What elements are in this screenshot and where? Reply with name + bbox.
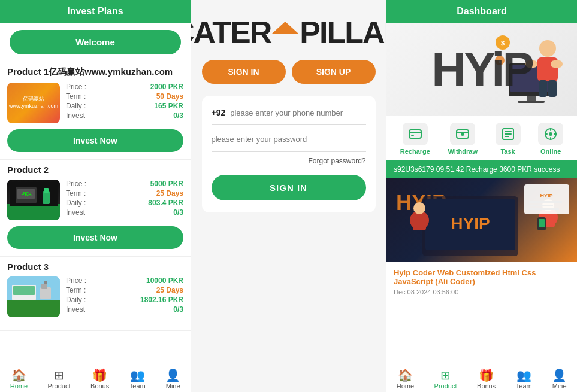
svg-point-34 [549, 132, 552, 136]
svg-rect-21 [551, 60, 563, 68]
left-panel: Invest Plans Welcome Product 1亿码赢站www.ym… [0, 0, 191, 392]
recharge-icon [403, 123, 428, 145]
signin-submit-button[interactable]: SIGN IN [212, 175, 366, 200]
svg-point-39 [413, 202, 425, 214]
svg-rect-28 [409, 130, 421, 138]
product-thumb-2: PKR [7, 180, 60, 220]
product-row-price-3: Price : 10000 PKR [66, 276, 183, 285]
product-section-2: Product 2 PKR [0, 165, 191, 257]
svg-rect-12 [41, 284, 47, 289]
svg-text:HYIP: HYIP [540, 193, 552, 199]
product-title-3: Product 3 [7, 262, 183, 272]
left-scroll: Welcome Product 1亿码赢站www.ymkuzhan.com 亿码… [0, 23, 191, 364]
svg-rect-40 [413, 215, 426, 230]
product-section-1: Product 1亿码赢站www.ymkuzhan.com 亿码赢站www.ym… [0, 66, 191, 160]
svg-rect-1 [10, 206, 58, 218]
online-icon-item[interactable]: Online [538, 123, 563, 155]
sign-in-button[interactable]: SIGN IN [202, 60, 286, 84]
right-nav-home[interactable]: 🏠 Home [397, 369, 414, 390]
svg-text:PKR: PKR [21, 191, 32, 197]
product-row-daily-3: Daily : 1802.16 PKR [66, 296, 183, 304]
right-mine-icon: 👤 [552, 369, 567, 381]
invest-button-2[interactable]: Invest Now [7, 226, 183, 249]
phone-prefix: +92 [212, 108, 226, 117]
product-row-invest-2: Invest 0/3 [66, 208, 183, 217]
left-nav-home[interactable]: 🏠 Home [10, 369, 28, 390]
caterpillar-logo: CATER PILLAR [191, 17, 386, 48]
news-content: Hyip Coder Web Customized Html Css JavaS… [386, 262, 577, 298]
product-info-2: Price : 5000 PKR Term : 25 Days Daily : … [66, 180, 183, 220]
team-icon: 👥 [130, 369, 145, 381]
online-label: Online [540, 148, 561, 155]
right-nav-product[interactable]: ⊞ Product [434, 369, 457, 390]
logo-part-1: CATER [191, 17, 271, 48]
middle-panel: CATER PILLAR SIGN IN SIGN UP +92 Forgot … [191, 0, 386, 392]
right-header: Dashboard [386, 0, 577, 23]
product-row-invest-3: Invest 0/3 [66, 305, 183, 314]
withdraw-label: Withdraw [448, 148, 478, 155]
right-product-icon: ⊞ [440, 369, 451, 381]
product-thumb-1: 亿码赢站www.ymkuzhan.com [7, 83, 60, 123]
svg-rect-13 [44, 281, 47, 284]
product-title-1: Product 1亿码赢站www.ymkuzhan.com [7, 66, 183, 78]
left-nav-team[interactable]: 👥 Team [129, 369, 146, 390]
product-row-invest-1: Invest 0/3 [66, 111, 183, 120]
left-nav-product[interactable]: ⊞ Product [48, 369, 71, 390]
news-title-line2: JavaScript (Ali Coder) [394, 277, 475, 286]
right-home-icon: 🏠 [398, 369, 413, 381]
right-team-icon: 👥 [516, 369, 531, 381]
svg-rect-5 [43, 191, 50, 204]
news-image-block: HYIP HYIP HYIP [386, 178, 577, 262]
right-nav-bonus[interactable]: 🎁 Bonus [477, 369, 496, 390]
right-nav-mine[interactable]: 👤 Mine [552, 369, 567, 390]
password-input-row [212, 133, 366, 152]
forgot-password-link[interactable]: Forgot password? [212, 157, 366, 165]
left-nav-bonus[interactable]: 🎁 Bonus [90, 369, 109, 390]
svg-rect-17 [518, 101, 545, 103]
phone-input[interactable] [230, 108, 365, 117]
login-form: +92 Forgot password? SIGN IN [202, 96, 376, 212]
product-row-term-2: Term : 25 Days [66, 189, 183, 197]
password-input[interactable] [212, 135, 366, 144]
right-bonus-icon: 🎁 [479, 369, 494, 381]
right-nav-team[interactable]: 👥 Team [516, 369, 532, 390]
product-row-price-2: Price : 5000 PKR [66, 180, 183, 188]
withdraw-icon-item[interactable]: Withdraw [448, 123, 478, 155]
invest-button-1[interactable]: Invest Now [7, 129, 183, 152]
product-info-1: Price : 2000 PKR Term : 50 Days Daily : … [66, 83, 183, 123]
svg-rect-48 [529, 201, 562, 203]
task-icon-item[interactable]: Task [496, 123, 521, 155]
svg-rect-6 [44, 188, 49, 193]
left-bottom-nav: 🏠 Home ⊞ Product 🎁 Bonus 👥 Team 👤 Mine [0, 364, 191, 392]
auth-buttons: SIGN IN SIGN UP [202, 60, 376, 84]
product-row-term-1: Term : 50 Days [66, 92, 183, 101]
svg-point-18 [539, 40, 556, 57]
product-row-price-1: Price : 2000 PKR [66, 83, 183, 91]
svg-rect-50 [529, 208, 559, 210]
withdraw-icon [450, 123, 475, 145]
gas-station-image-2: PKR [7, 180, 60, 220]
dashboard-icons: Recharge Withdraw Task Online [386, 116, 577, 160]
welcome-button[interactable]: Welcome [10, 30, 181, 54]
task-icon [496, 123, 521, 145]
product-row-daily-2: Daily : 803.4 PKR [66, 199, 183, 207]
product-title-2: Product 2 [7, 165, 183, 175]
svg-rect-16 [527, 96, 536, 101]
logo-part-2: PILLAR [300, 17, 386, 48]
hyip-banner: HYiP $ $ [386, 23, 577, 116]
left-nav-mine[interactable]: 👤 Mine [165, 369, 180, 390]
ticker-bar: s92U3s6179 09:51:42 Recharge 3600 PKR su… [386, 160, 577, 178]
product-card-2: PKR Price : 5000 PKR Term : 25 Days [7, 180, 183, 220]
product-thumb-3 [7, 276, 60, 317]
recharge-icon-item[interactable]: Recharge [400, 123, 430, 155]
svg-rect-45 [539, 219, 545, 227]
logo-text: CATER PILLAR [191, 17, 386, 48]
logo-triangle [272, 22, 298, 34]
svg-text:HYIP: HYIP [451, 214, 490, 233]
home-icon: 🏠 [11, 369, 26, 381]
recharge-label: Recharge [400, 148, 430, 155]
product-card-3: Price : 10000 PKR Term : 25 Days Daily :… [7, 276, 183, 317]
task-label: Task [500, 148, 515, 155]
product-section-3: Product 3 Price : [0, 262, 191, 331]
sign-up-button[interactable]: SIGN UP [292, 60, 376, 84]
